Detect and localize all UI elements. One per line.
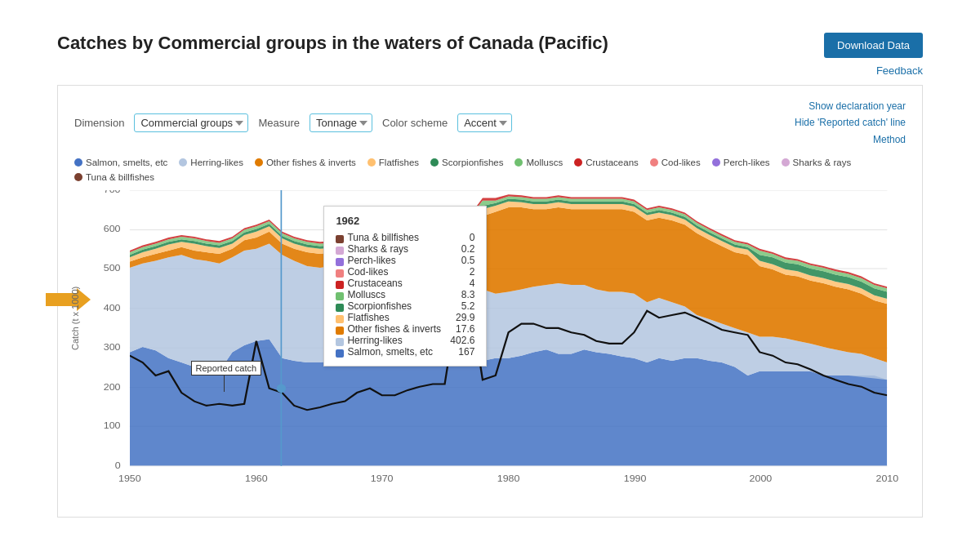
hide-reported-catch-link[interactable]: Hide 'Reported catch' line xyxy=(795,114,906,131)
legend-dot-crustaceans xyxy=(574,158,582,167)
measure-select[interactable]: Tonnage xyxy=(310,113,372,132)
tooltip-color-2 xyxy=(336,258,344,266)
legend-dot-molluscs xyxy=(514,158,523,167)
tooltip-color-6 xyxy=(336,304,344,312)
tooltip-value-10: 167 xyxy=(458,346,474,358)
legend-item-herring: Herring-likes xyxy=(179,158,243,167)
tooltip-color-7 xyxy=(336,315,344,323)
tooltip-value-9: 402.6 xyxy=(450,335,474,346)
color-scheme-label: Color scheme xyxy=(382,117,448,129)
tooltip-name-7: Flatfishes xyxy=(336,312,389,323)
tooltip-value-5: 8.3 xyxy=(461,289,475,300)
legend-item-cod: Cod-likes xyxy=(650,158,701,167)
show-declaration-link[interactable]: Show declaration year xyxy=(795,98,906,114)
page-container: Catches by Commercial groups in the wate… xyxy=(41,16,939,534)
tooltip-value-1: 0.2 xyxy=(461,243,475,255)
legend-item-salmon: Salmon, smelts, etc xyxy=(74,158,167,167)
tooltip-name-0: Tuna & billfishes xyxy=(336,232,419,243)
legend-label-other: Other fishes & inverts xyxy=(266,158,356,167)
tooltip-name-3: Cod-likes xyxy=(336,266,388,278)
legend-dot-sharks xyxy=(782,158,790,167)
legend-item-molluscs: Molluscs xyxy=(514,158,563,167)
color-scheme-select[interactable]: Accent xyxy=(457,113,512,132)
tooltip-value-4: 4 xyxy=(470,278,475,289)
tooltip-color-1 xyxy=(336,247,344,255)
legend-item-perch: Perch-likes xyxy=(712,158,770,167)
y-axis-label: Catch (t x 1000) xyxy=(70,287,80,350)
legend-label-sharks: Sharks & rays xyxy=(793,158,852,167)
tooltip-item-0: Tuna & billfishes 0 xyxy=(336,232,474,243)
download-button[interactable]: Download Data xyxy=(824,33,923,58)
tooltip-item-6: Scorpionfishes 5.2 xyxy=(336,300,474,312)
svg-text:0: 0 xyxy=(115,460,121,472)
tooltip-name-8: Other fishes & inverts xyxy=(336,323,441,335)
chart-area: Catch (t x 1000) xyxy=(74,190,906,500)
legend-item-tuna: Tuna & billfishes xyxy=(74,172,154,182)
tooltip-item-9: Herring-likes 402.6 xyxy=(336,335,474,346)
legend-dot-tuna xyxy=(74,173,82,181)
svg-text:300: 300 xyxy=(104,342,121,353)
tooltip-color-4 xyxy=(336,281,344,289)
tooltip-name-4: Crustaceans xyxy=(336,278,402,289)
tooltip-color-3 xyxy=(336,269,344,278)
header-row: Catches by Commercial groups in the wate… xyxy=(57,33,923,58)
legend-item-crustaceans: Crustaceans xyxy=(574,158,639,167)
tooltip-color-9 xyxy=(336,338,344,346)
tooltip-color-10 xyxy=(336,349,344,358)
tooltip-name-6: Scorpionfishes xyxy=(336,300,412,312)
tooltip-value-2: 0.5 xyxy=(461,255,475,266)
legend-dot-cod xyxy=(650,158,658,167)
svg-text:400: 400 xyxy=(104,302,121,313)
svg-text:1950: 1950 xyxy=(118,473,141,484)
chart-container: Dimension Commercial groups Measure Tonn… xyxy=(57,85,923,518)
tooltip-item-8: Other fishes & inverts 17.6 xyxy=(336,323,474,335)
svg-text:1970: 1970 xyxy=(371,473,394,484)
top-right-links: Show declaration year Hide 'Reported cat… xyxy=(795,98,906,148)
page-title: Catches by Commercial groups in the wate… xyxy=(57,33,608,54)
legend-label-cod: Cod-likes xyxy=(662,158,701,167)
tooltip-item-5: Molluscs 8.3 xyxy=(336,289,474,300)
tooltip-item-2: Perch-likes 0.5 xyxy=(336,255,474,266)
svg-text:700: 700 xyxy=(104,190,121,195)
tooltip-name-9: Herring-likes xyxy=(336,335,402,346)
tooltip-value-3: 2 xyxy=(470,266,475,278)
legend-dot-salmon xyxy=(74,158,82,167)
legend-row: Salmon, smelts, etc Herring-likes Other … xyxy=(74,158,906,182)
measure-label: Measure xyxy=(258,117,300,129)
svg-text:200: 200 xyxy=(104,381,121,393)
tooltip-color-5 xyxy=(336,292,344,300)
legend-item-flat: Flatfishes xyxy=(368,158,419,167)
svg-text:1990: 1990 xyxy=(624,473,647,484)
controls-row: Dimension Commercial groups Measure Tonn… xyxy=(74,98,906,148)
tooltip-value-0: 0 xyxy=(470,232,475,243)
legend-dot-scorp xyxy=(430,158,439,167)
legend-label-perch: Perch-likes xyxy=(724,158,770,167)
legend-label-molluscs: Molluscs xyxy=(526,158,563,167)
legend-label-flat: Flatfishes xyxy=(379,158,419,167)
legend-dot-other xyxy=(255,158,263,167)
chart-svg: 0 100 200 300 400 500 600 700 1950 1960 … xyxy=(74,190,906,500)
x-axis: 1950 1960 1970 1980 1990 2000 2010 xyxy=(118,473,898,484)
tooltip-value-7: 29.9 xyxy=(456,312,474,323)
svg-text:1980: 1980 xyxy=(497,473,520,484)
tooltip-name-10: Salmon, smelts, etc xyxy=(336,346,433,358)
legend-dot-herring xyxy=(179,158,187,167)
method-link[interactable]: Method xyxy=(795,131,906,148)
dimension-select[interactable]: Commercial groups xyxy=(134,113,248,132)
tooltip-color-8 xyxy=(336,327,344,335)
legend-label-scorp: Scorpionfishes xyxy=(442,158,503,167)
legend-item-other: Other fishes & inverts xyxy=(255,158,356,167)
tooltip-item-10: Salmon, smelts, etc 167 xyxy=(336,346,474,358)
legend-dot-perch xyxy=(712,158,720,167)
tooltip-value-6: 5.2 xyxy=(461,300,475,312)
svg-text:1960: 1960 xyxy=(245,473,268,484)
tooltip-items: Tuna & billfishes 0 Sharks & rays 0.2 xyxy=(336,232,474,358)
legend-label-tuna: Tuna & billfishes xyxy=(86,172,154,182)
svg-text:2010: 2010 xyxy=(876,473,899,484)
dimension-label: Dimension xyxy=(74,117,124,129)
tooltip-name-2: Perch-likes xyxy=(336,255,395,266)
legend-label-salmon: Salmon, smelts, etc xyxy=(86,158,167,167)
feedback-link[interactable]: Feedback xyxy=(57,64,923,77)
legend-label-crustaceans: Crustaceans xyxy=(586,158,639,167)
tooltip-item-1: Sharks & rays 0.2 xyxy=(336,243,474,255)
